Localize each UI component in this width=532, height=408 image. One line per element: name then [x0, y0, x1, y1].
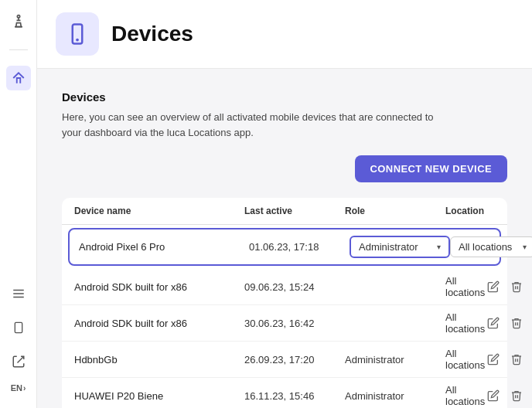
- row-actions: [485, 314, 531, 332]
- sidebar-lang[interactable]: EN ›: [11, 383, 26, 393]
- role-cell: Administrator: [345, 390, 445, 402]
- chevron-down-icon: ▾: [437, 243, 441, 251]
- table-row: Android Pixel 6 Pro 01.06.23, 17:18 Admi…: [68, 228, 501, 266]
- sidebar-icon-export[interactable]: [6, 349, 31, 374]
- device-name-cell: HdbnbGb: [74, 354, 244, 366]
- location-cell: All locations: [445, 311, 485, 335]
- role-dropdown[interactable]: Administrator ▾: [350, 236, 450, 258]
- col-role: Role: [345, 206, 445, 216]
- col-last-active: Last active: [244, 206, 345, 216]
- device-name-cell: Android SDK built for x86: [74, 281, 244, 293]
- table-header: Device name Last active Role Location: [62, 198, 507, 225]
- svg-rect-4: [15, 322, 22, 332]
- role-cell: Administrator: [345, 354, 445, 366]
- svg-point-0: [17, 15, 19, 18]
- device-name-cell: Android SDK built for x86: [74, 318, 244, 329]
- device-name-cell: HUAWEI P20 Biene: [74, 390, 244, 402]
- table-row: HUAWEI P20 Biene 16.11.23, 15:46 Adminis…: [62, 378, 507, 408]
- last-active-cell: 09.06.23, 15:24: [244, 281, 345, 293]
- devices-header-icon: [56, 12, 99, 56]
- section-title: Devices: [62, 90, 507, 104]
- location-value: All locations: [459, 241, 512, 253]
- delete-icon[interactable]: [508, 351, 525, 368]
- sidebar: EN ›: [0, 0, 37, 408]
- chevron-down-icon: ▾: [523, 243, 527, 251]
- lang-label: EN: [11, 383, 22, 393]
- main-content: Devices Devices Here, you can see an ove…: [37, 0, 532, 408]
- sidebar-icon-chess[interactable]: [6, 9, 31, 34]
- role-value: Administrator: [359, 241, 418, 253]
- col-location: Location: [445, 206, 484, 216]
- last-active-cell: 16.11.23, 15:46: [244, 390, 345, 402]
- col-actions: [484, 206, 530, 216]
- svg-line-5: [17, 356, 23, 362]
- content-area: Devices Here, you can see an overview of…: [37, 69, 532, 408]
- devices-table: Device name Last active Role Location An…: [62, 198, 507, 408]
- section-description: Here, you can see an overview of all act…: [62, 110, 507, 140]
- location-cell: All locations: [445, 275, 485, 298]
- page-title: Devices: [111, 22, 193, 46]
- top-actions: CONNECT NEW DEVICE: [62, 155, 507, 182]
- role-cell: Administrator ▾ Employee Administrator l…: [350, 236, 450, 258]
- location-cell: All locations ▾: [450, 236, 532, 257]
- delete-icon[interactable]: [508, 314, 525, 332]
- col-device-name: Device name: [74, 206, 244, 216]
- device-name-cell: Android Pixel 6 Pro: [79, 241, 249, 253]
- row-actions: [485, 278, 531, 295]
- sidebar-divider: [9, 49, 28, 50]
- last-active-cell: 30.06.23, 16:42: [244, 318, 345, 329]
- delete-icon[interactable]: [508, 278, 525, 295]
- row-actions: [485, 351, 531, 368]
- lang-arrow-icon: ›: [23, 384, 26, 393]
- edit-icon[interactable]: [485, 314, 502, 332]
- sidebar-icon-home[interactable]: [6, 66, 31, 90]
- sidebar-icon-hamburger[interactable]: [6, 281, 31, 306]
- sidebar-icon-tablet[interactable]: [6, 315, 31, 340]
- last-active-cell: 01.06.23, 17:18: [249, 241, 350, 253]
- sidebar-bottom: EN ›: [6, 281, 31, 399]
- location-cell: All locations: [445, 348, 485, 371]
- last-active-cell: 26.09.23, 17:20: [244, 354, 345, 366]
- row-actions: [485, 387, 531, 404]
- edit-icon[interactable]: [485, 278, 502, 295]
- edit-icon[interactable]: [485, 351, 502, 368]
- table-row: Android SDK built for x86 09.06.23, 15:2…: [62, 269, 507, 305]
- edit-icon[interactable]: [485, 387, 502, 404]
- table-row: Android SDK built for x86 30.06.23, 16:4…: [62, 305, 507, 342]
- page-header: Devices: [37, 0, 532, 69]
- location-dropdown[interactable]: All locations ▾: [450, 236, 532, 257]
- table-row: HdbnbGb 26.09.23, 17:20 Administrator Al…: [62, 342, 507, 378]
- delete-icon[interactable]: [508, 387, 525, 404]
- location-cell: All locations: [445, 384, 485, 407]
- connect-new-device-button[interactable]: CONNECT NEW DEVICE: [355, 155, 507, 182]
